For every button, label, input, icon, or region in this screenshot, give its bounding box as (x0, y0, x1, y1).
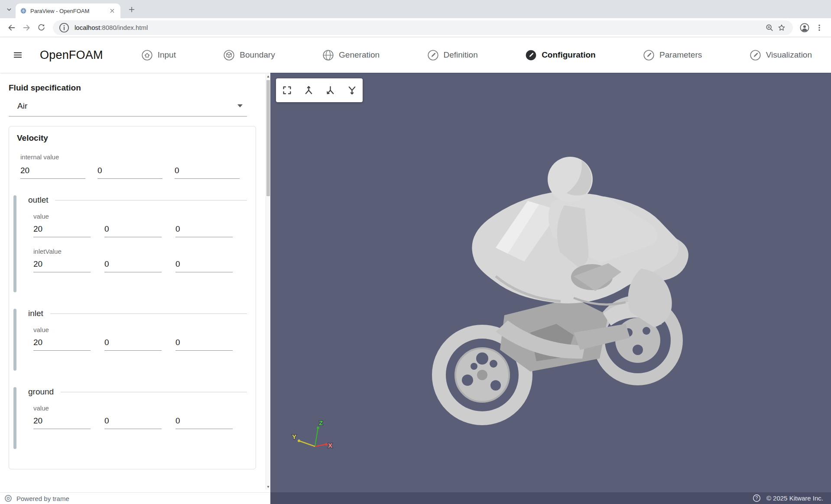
nav-item-parameters[interactable]: Parameters (643, 49, 702, 61)
app-footer: Powered by trame ? © 2025 Kitware Inc. (0, 492, 831, 504)
y-axis-tip (298, 439, 300, 442)
pencil-circle-icon (750, 49, 761, 61)
field-label: inletValue (33, 248, 247, 255)
motorcycle-model (439, 157, 688, 418)
internal-value-row (20, 165, 247, 179)
z-axis-tip (317, 426, 319, 429)
fluid-select[interactable]: Air (9, 96, 247, 116)
nav-item-configuration[interactable]: Configuration (525, 49, 596, 61)
url-host: localhost (75, 24, 100, 31)
arrow-right-icon (22, 23, 31, 32)
outlet-value-z-input[interactable] (175, 223, 233, 237)
tab-search-button[interactable] (3, 4, 15, 15)
outlet-value-y-input[interactable] (104, 223, 162, 237)
nav-item-definition[interactable]: Definition (427, 49, 478, 61)
section-name-underline (50, 313, 247, 314)
copyright-text: © 2025 Kitware Inc. (766, 494, 823, 502)
field-label: value (33, 213, 247, 220)
nav-item-visualization[interactable]: Visualization (750, 49, 812, 61)
field-label: value (33, 404, 247, 412)
x-axis-label: X (328, 442, 332, 449)
scroll-down-arrow[interactable]: ▼ (266, 485, 270, 490)
orientation-axes-widget: Z X Y (292, 419, 332, 449)
paraview-favicon (20, 7, 27, 14)
chevron-down-icon (5, 6, 13, 13)
ground-value-x-input[interactable] (33, 415, 91, 429)
powered-by-text: Powered by trame (16, 495, 69, 502)
browser-tab[interactable]: ParaView - OpenFOAM (16, 3, 120, 18)
star-icon (777, 23, 786, 32)
pencil-circle-icon (643, 49, 655, 61)
nav-label: Boundary (240, 50, 275, 60)
scrollbar-thumb[interactable] (266, 80, 270, 196)
profile-button[interactable] (797, 20, 812, 35)
panel-scrollbar[interactable]: ▲ ▼ (266, 74, 270, 490)
vector-row (33, 337, 247, 351)
section-name: outlet (28, 195, 48, 205)
app-header: OpenFOAM Input Boundary Generation Defin… (0, 37, 831, 73)
view-axis-side-icon[interactable] (325, 84, 336, 96)
refresh-icon (37, 23, 46, 32)
internal-value-label: internal value (20, 153, 247, 161)
nav-item-boundary[interactable]: Boundary (223, 49, 275, 61)
nav-item-input[interactable]: Input (141, 49, 176, 61)
fluid-select-value: Air (17, 101, 27, 111)
section-header: outlet (28, 195, 247, 205)
velocity-internal-y-input[interactable] (97, 165, 162, 179)
velocity-internal-x-input[interactable] (20, 165, 85, 179)
url-path: :8080/index.html (100, 24, 148, 31)
svg-text:?: ? (755, 496, 758, 501)
render-view[interactable]: Z X Y (270, 73, 831, 492)
magnifier-plus-icon (765, 23, 774, 32)
hamburger-menu-button[interactable] (11, 48, 24, 61)
section-name: ground (28, 387, 54, 397)
z-axis-label: Z (319, 419, 323, 426)
section-name-underline (61, 392, 247, 392)
view-axis-up-icon[interactable] (346, 84, 358, 96)
help-icon[interactable]: ? (753, 494, 761, 502)
outlet-value-x-input[interactable] (33, 223, 91, 237)
inlet-value-y-input[interactable] (104, 337, 162, 351)
nav-item-generation[interactable]: Generation (322, 49, 380, 61)
bookmark-button[interactable] (776, 22, 788, 34)
nav-label: Generation (339, 50, 380, 60)
site-info-icon[interactable] (58, 22, 70, 34)
section-outlet: outlet value inletValue (15, 194, 247, 292)
browser-menu-button[interactable] (812, 20, 827, 35)
inlet-value-x-input[interactable] (33, 337, 91, 351)
nav-label: Parameters (659, 50, 702, 60)
velocity-internal-z-input[interactable] (175, 165, 240, 179)
view-toolbar (276, 78, 363, 102)
x-axis-tip (325, 443, 328, 446)
section-header: inlet (28, 309, 247, 318)
outlet-inletvalue-z-input[interactable] (175, 258, 233, 272)
trame-logo-icon (4, 494, 12, 502)
outlet-inletvalue-x-input[interactable] (33, 258, 91, 272)
kebab-menu-icon (815, 23, 824, 32)
outlet-inletvalue-y-input[interactable] (104, 258, 162, 272)
footer-right: ? © 2025 Kitware Inc. (270, 492, 831, 504)
inlet-value-z-input[interactable] (175, 337, 233, 351)
new-tab-button[interactable] (127, 4, 137, 15)
view-axis-negative-icon[interactable] (303, 84, 315, 96)
velocity-card: Velocity internal value outlet value inl… (9, 126, 256, 469)
back-button[interactable] (4, 20, 19, 35)
y-axis-label: Y (292, 433, 296, 440)
scroll-up-arrow[interactable]: ▲ (266, 74, 270, 79)
settings-panel: Fluid specification Air Velocity interna… (0, 73, 270, 492)
reload-button[interactable] (34, 20, 49, 35)
avatar-icon (799, 23, 810, 33)
address-bar[interactable]: localhost:8080/index.html (53, 20, 793, 35)
reset-camera-icon[interactable] (281, 84, 293, 96)
zoom-indicator-button[interactable] (763, 22, 776, 34)
forward-button[interactable] (19, 20, 34, 35)
vector-row (33, 223, 247, 237)
main-nav: Input Boundary Generation Definition Con… (141, 49, 812, 61)
ground-value-z-input[interactable] (175, 415, 233, 429)
scene-canvas: Z X Y (270, 73, 831, 492)
section-name: inlet (28, 309, 43, 318)
ground-value-y-input[interactable] (104, 415, 162, 429)
tab-close-icon[interactable] (108, 7, 116, 15)
url-text: localhost:8080/index.html (75, 24, 763, 31)
section-ground: ground value (15, 386, 247, 449)
